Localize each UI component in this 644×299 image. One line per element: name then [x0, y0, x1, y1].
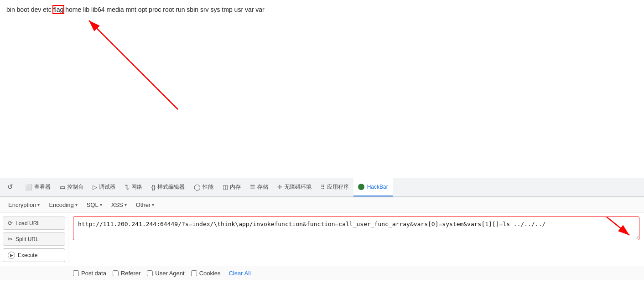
menu-encryption[interactable]: Encryption ▾ — [5, 200, 43, 210]
menu-encoding[interactable]: Encoding ▾ — [45, 200, 81, 210]
sql-arrow-icon: ▾ — [100, 202, 102, 207]
tab-memory[interactable]: ◫ 内存 — [218, 178, 245, 196]
xss-arrow-icon: ▾ — [125, 202, 127, 207]
post-data-checkbox-label[interactable]: Post data — [73, 270, 106, 277]
content-area: bin boot dev etc flag home lib lib64 med… — [0, 0, 644, 178]
tab-storage[interactable]: ☰ 存储 — [245, 178, 273, 196]
hackbar-bottombar: Post data Referer User Agent Cookies Cle… — [0, 266, 644, 280]
tab-console[interactable]: ▭ 控制台 — [55, 178, 88, 196]
load-url-icon: ⟳ — [8, 220, 13, 227]
menu-other[interactable]: Other ▾ — [132, 200, 158, 210]
tab-network[interactable]: ⇅ 网络 — [120, 178, 147, 196]
split-url-icon: ✂ — [8, 236, 13, 242]
encryption-arrow-icon: ▾ — [37, 202, 40, 207]
menu-sql[interactable]: SQL ▾ — [83, 200, 106, 210]
tab-performance[interactable]: ◯ 性能 — [189, 178, 218, 196]
url-input[interactable] — [73, 217, 639, 240]
hackbar-body: ⟳ Load URL ✂ Split URL ▶ Execute — [0, 213, 644, 266]
split-url-button[interactable]: ✂ Split URL — [3, 232, 65, 246]
hackbar-panel: Encryption ▾ Encoding ▾ SQL ▾ XSS ▾ Othe… — [0, 197, 644, 280]
hackbar-sidebar: ⟳ Load URL ✂ Split URL ▶ Execute — [0, 213, 68, 266]
referer-checkbox[interactable] — [113, 270, 119, 276]
annotation-arrow — [0, 0, 644, 178]
other-arrow-icon: ▾ — [152, 202, 154, 207]
cookies-checkbox[interactable] — [191, 270, 197, 276]
execute-circle-icon: ▶ — [8, 252, 15, 259]
hackbar-url-area — [68, 213, 644, 245]
tab-refresh[interactable]: ↺ — [3, 178, 18, 196]
referer-checkbox-label[interactable]: Referer — [113, 270, 140, 277]
tab-accessibility[interactable]: ✛ 无障碍环境 — [273, 178, 316, 196]
tab-inspector[interactable]: ⬜ 查看器 — [21, 178, 55, 196]
directory-listing: bin boot dev etc flag home lib lib64 med… — [6, 5, 638, 15]
tab-application[interactable]: ⠿ 应用程序 — [316, 178, 353, 196]
devtools-tabbar: ↺ ⬜ 查看器 ▭ 控制台 ▷ 调试器 ⇅ 网络 {} 样式编辑器 ◯ 性能 ◫… — [0, 178, 644, 197]
tab-hackbar[interactable]: HackBar — [353, 178, 393, 196]
menu-xss[interactable]: XSS ▾ — [108, 200, 130, 210]
tab-debugger[interactable]: ▷ 调试器 — [88, 178, 120, 196]
svg-line-1 — [89, 21, 178, 109]
user-agent-checkbox-label[interactable]: User Agent — [147, 270, 184, 277]
hackbar-menubar: Encryption ▾ Encoding ▾ SQL ▾ XSS ▾ Othe… — [0, 197, 644, 213]
user-agent-checkbox[interactable] — [147, 270, 153, 276]
tab-style-editor[interactable]: {} 样式编辑器 — [147, 178, 189, 196]
post-data-checkbox[interactable] — [73, 270, 79, 276]
clear-all-button[interactable]: Clear All — [229, 270, 251, 277]
execute-button[interactable]: ▶ Execute — [3, 248, 65, 262]
load-url-button[interactable]: ⟳ Load URL — [3, 217, 65, 230]
hackbar-dot-icon — [358, 184, 364, 190]
encoding-arrow-icon: ▾ — [75, 202, 78, 207]
flag-word: flag — [53, 6, 64, 13]
cookies-checkbox-label[interactable]: Cookies — [191, 270, 221, 277]
